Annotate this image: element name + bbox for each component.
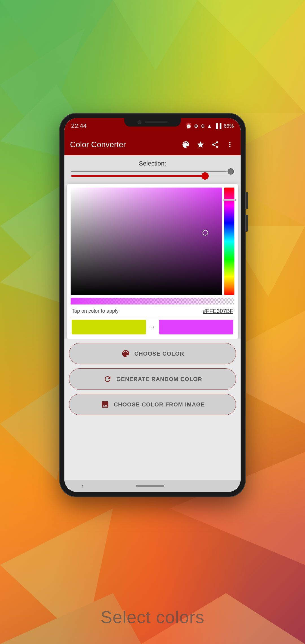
volume-down-button[interactable]	[246, 215, 248, 232]
choose-from-image-label: CHOOSE COLOR FROM IMAGE	[114, 401, 205, 408]
color-preview-row: →	[71, 317, 234, 336]
refresh-btn-icon	[103, 374, 112, 384]
speaker-bar	[145, 121, 167, 123]
alpha-strip[interactable]	[71, 298, 234, 304]
signal-icon: ▐▐	[214, 123, 221, 129]
bottom-label-area: Select colors	[0, 607, 305, 627]
color-gradient-picker[interactable]	[71, 188, 222, 295]
red-slider-container	[70, 175, 235, 177]
svg-marker-1	[113, 0, 198, 71]
hex-value[interactable]: #FFE307BF	[203, 308, 233, 314]
gray-slider-track[interactable]	[71, 171, 234, 172]
phone-mockup: 22:44 ⏰ ⊕ ⊖ ▲ ▐▐ 66% Color Converter	[59, 113, 246, 497]
generate-random-button[interactable]: GENERATE RANDOM COLOR	[69, 368, 236, 390]
status-time: 22:44	[71, 122, 87, 130]
gray-slider-container	[70, 171, 235, 172]
phone-screen: 22:44 ⏰ ⊕ ⊖ ▲ ▐▐ 66% Color Converter	[64, 118, 241, 492]
camera-dot	[138, 120, 141, 124]
buttons-section: CHOOSE COLOR GENERATE RANDOM COLOR CHOOS…	[64, 339, 241, 419]
hue-strip[interactable]	[224, 188, 234, 295]
selection-label: Selection:	[70, 160, 235, 167]
selection-area: Selection:	[64, 155, 241, 184]
svg-marker-4	[254, 0, 305, 113]
alpha-gradient	[71, 298, 234, 304]
image-btn-icon	[100, 400, 110, 409]
new-color-preview[interactable]	[159, 320, 233, 334]
palette-btn-icon	[121, 349, 130, 358]
wifi-icon: ▲	[207, 123, 212, 129]
color-picker-cursor[interactable]	[202, 230, 208, 236]
app-title: Color Converter	[70, 140, 176, 149]
more-options-button[interactable]	[225, 140, 235, 150]
dnd-icon: ⊖	[201, 123, 205, 129]
back-button[interactable]: ‹	[81, 482, 84, 490]
choose-from-image-button[interactable]: CHOOSE COLOR FROM IMAGE	[69, 394, 236, 415]
red-slider-thumb[interactable]	[201, 172, 209, 180]
phone-notch	[124, 118, 181, 127]
alpha-thumb[interactable]	[71, 298, 72, 304]
alarm-icon: ⏰	[186, 123, 192, 129]
old-color-preview	[72, 320, 146, 334]
tap-apply-text: Tap on color to apply	[72, 308, 203, 314]
gray-slider-fill	[71, 171, 226, 172]
share-icon-button[interactable]	[210, 140, 220, 150]
svg-marker-0	[0, 0, 113, 85]
arrow-icon: →	[149, 323, 156, 331]
hue-indicator	[223, 199, 235, 201]
choose-color-label: CHOOSE COLOR	[134, 351, 184, 357]
red-slider-fill	[71, 175, 204, 177]
svg-marker-2	[198, 0, 305, 56]
gray-slider-thumb[interactable]	[228, 168, 234, 175]
status-icons: ⏰ ⊕ ⊖ ▲ ▐▐ 66%	[186, 123, 234, 129]
palette-icon-button[interactable]	[181, 140, 191, 150]
app-bar: Color Converter	[64, 134, 241, 155]
color-picker-dialog[interactable]: Tap on color to apply #FFE307BF →	[67, 184, 238, 339]
add-icon: ⊕	[194, 123, 198, 129]
hex-row: Tap on color to apply #FFE307BF	[71, 304, 234, 317]
choose-color-button[interactable]: CHOOSE COLOR	[69, 343, 236, 364]
content-area: Selection:	[64, 155, 241, 480]
home-indicator[interactable]	[136, 485, 164, 487]
red-slider-track[interactable]	[71, 175, 234, 177]
bottom-nav-bar: ‹	[64, 480, 241, 492]
volume-up-button[interactable]	[246, 192, 248, 209]
star-icon-button[interactable]	[195, 140, 206, 150]
generate-random-label: GENERATE RANDOM COLOR	[116, 376, 202, 382]
battery-indicator: 66%	[224, 123, 234, 129]
bottom-select-label: Select colors	[101, 607, 204, 627]
color-picker-main	[71, 188, 234, 295]
